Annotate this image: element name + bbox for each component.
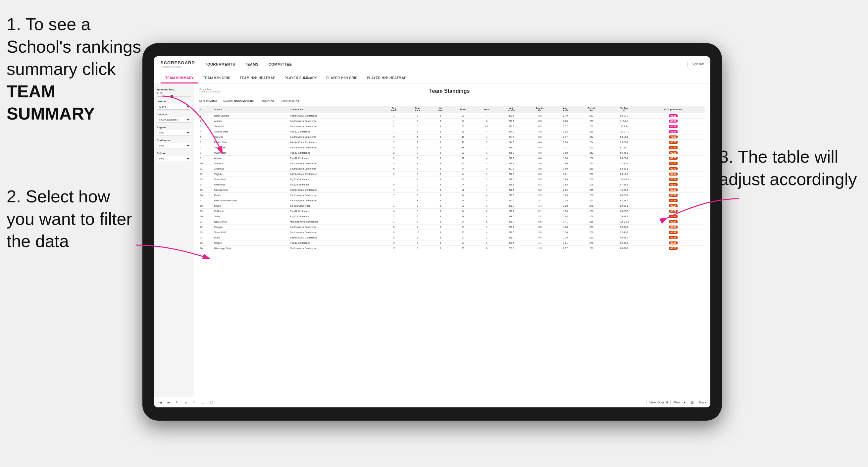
- cell-conf-rank: 9: [406, 219, 430, 224]
- table-row: 19 California Pac-12 Conference 4 8 3 24…: [199, 209, 705, 214]
- nav-tournaments[interactable]: TOURNAMENTS: [205, 62, 235, 66]
- cell-overall-rd: 271: [576, 204, 607, 209]
- toolbar-dots[interactable]: …: [200, 400, 205, 405]
- vs50-badge: 82.14: [669, 173, 678, 176]
- cell-wins: 7: [475, 140, 498, 145]
- cell-school: Georgia Tech: [213, 187, 289, 193]
- cell-avg-to-par: 0.7: [525, 214, 555, 219]
- cell-avg-low: 1.53: [555, 209, 576, 214]
- cell-school: California: [213, 209, 289, 214]
- cell-reg-rank: 3: [382, 214, 406, 219]
- cell-wins: 4: [475, 187, 498, 193]
- cell-reg-rank: 6: [382, 166, 406, 172]
- vs50-badge: 87.21: [669, 120, 678, 123]
- table-row: 2 Auburn Southeastern Conference 1 9 3 2…: [199, 119, 705, 124]
- cell-conference: Mountain West Conference: [289, 219, 382, 224]
- share-button[interactable]: Share: [699, 401, 706, 404]
- cell-reg-rank: 1: [382, 219, 406, 224]
- cell-conf-rank: 8: [406, 129, 430, 134]
- cell-rnds: 23: [451, 246, 475, 251]
- cell-rnds: 10: [451, 140, 475, 145]
- cell-no-tour: 3: [430, 198, 451, 204]
- cell-no-tour: 3: [430, 209, 451, 214]
- watch-button[interactable]: Watch ▼: [674, 401, 686, 404]
- toolbar-forward[interactable]: ▶: [166, 400, 171, 405]
- cell-adj-score: 273.6: [498, 119, 525, 124]
- cell-no-tour: 3: [430, 150, 451, 156]
- cell-rnds: 21: [451, 224, 475, 230]
- cell-conference: Atlantic Coast Conference: [289, 187, 382, 193]
- bottom-toolbar: ◀ ▶ ↻ ▲ □ … ◯ View: Original Watch ▼ ▦ S…: [154, 397, 710, 407]
- toolbar-bookmark[interactable]: □: [192, 400, 196, 405]
- cell-conference: Atlantic Coast Conference: [289, 172, 382, 177]
- cell-overall-rd: 203: [576, 124, 607, 129]
- cell-rank: 15: [199, 187, 213, 193]
- view-original-button[interactable]: View: Original: [646, 400, 671, 405]
- cell-avg-low: 1.30: [555, 230, 576, 235]
- cell-overall-rd: 270: [576, 246, 607, 251]
- cell-wins: 6.2: [475, 124, 498, 129]
- col-vs25: Vs Top25: [607, 106, 642, 113]
- cell-rnds: 24: [451, 209, 475, 214]
- cell-conference: Pac-12 Conference: [289, 209, 382, 214]
- cell-school: Georgia: [213, 224, 289, 230]
- tab-player-h2h-grid[interactable]: PLAYER H2H GRID: [321, 73, 362, 84]
- cell-adj-score: 274.5: [498, 140, 525, 145]
- cell-avg-to-par: -5.8: [525, 219, 555, 224]
- cell-vs50-points: 80.21: [642, 145, 705, 150]
- tab-player-summary[interactable]: PLAYER SUMMARY: [280, 73, 321, 84]
- cell-wins: 1: [475, 150, 498, 156]
- table-row: 17 East Tennessee State Southeastern Con…: [199, 198, 705, 204]
- cell-adj-score: 276.9: [498, 161, 525, 166]
- cell-overall-rd: 260: [576, 209, 607, 214]
- cell-school: Virginia: [213, 172, 289, 177]
- cell-no-tour: 3: [430, 129, 451, 134]
- cell-vs50-points: 79.27: [642, 134, 705, 140]
- instruction-2: 2. Select how you want to filter the dat…: [7, 185, 132, 253]
- nav-teams[interactable]: TEAMS: [245, 62, 259, 66]
- cell-avg-to-par: -6.0: [525, 172, 555, 177]
- tab-team-summary[interactable]: TEAM SUMMARY: [161, 73, 198, 84]
- cell-rnds: 24: [451, 172, 475, 177]
- toolbar-clock[interactable]: ◯: [209, 400, 215, 405]
- toolbar-share2[interactable]: ▲: [183, 400, 189, 405]
- cell-conference: Big 12 Conference: [289, 182, 382, 187]
- cell-reg-rank: 3: [382, 134, 406, 140]
- cell-reg-rank: 4: [382, 187, 406, 193]
- col-reg-rank: RegRank: [382, 106, 406, 113]
- cell-school: Illinois: [213, 204, 289, 209]
- cell-avg-to-par: -5.8: [525, 224, 555, 230]
- cell-vs25: 59-41-1: [607, 214, 642, 219]
- cell-rank: 18: [199, 204, 213, 209]
- cell-conference: Atlantic Coast Conference: [289, 235, 382, 241]
- cell-overall-rd: 269: [576, 230, 607, 235]
- toolbar-grid[interactable]: ▦: [689, 400, 695, 405]
- cell-no-tour: 3: [430, 230, 451, 235]
- cell-school: Texas: [213, 214, 289, 219]
- tab-player-h2h-heatmap[interactable]: PLAYER H2H HEATMAP: [362, 73, 411, 84]
- cell-wins: 4: [475, 214, 498, 219]
- vs50-badge: 80.04: [669, 162, 678, 165]
- cell-avg-to-par: -6.2: [525, 124, 555, 129]
- col-conference: Conference: [289, 106, 382, 113]
- tab-team-h2h-grid[interactable]: TEAM H2H GRID: [198, 73, 235, 84]
- sign-out-link[interactable]: Sign out: [691, 62, 704, 66]
- cell-adj-score: 279.3: [498, 230, 525, 235]
- cell-conf-rank: 10: [406, 230, 430, 235]
- cell-rnds: 30: [451, 230, 475, 235]
- cell-wins: 4: [475, 198, 498, 204]
- cell-overall-rd: 264: [576, 140, 607, 145]
- cell-overall-rd: 265: [576, 129, 607, 134]
- toolbar-reload[interactable]: ↻: [175, 400, 180, 405]
- tab-team-h2h-heatmap[interactable]: TEAM H2H HEATMAP: [235, 73, 280, 84]
- toolbar-back[interactable]: ◀: [158, 400, 163, 405]
- nav-committee[interactable]: COMMITTEE: [269, 62, 292, 66]
- cell-wins: 1: [475, 241, 498, 246]
- cell-adj-score: 277.5: [498, 198, 525, 204]
- cell-vs25: 92-40-3: [607, 230, 642, 235]
- cell-rank: 14: [199, 182, 213, 187]
- cell-no-tour: 3: [430, 177, 451, 182]
- cell-rnds: 27: [451, 119, 475, 124]
- cell-vs50-points: 80.23: [642, 156, 705, 161]
- cell-reg-rank: 1: [382, 129, 406, 134]
